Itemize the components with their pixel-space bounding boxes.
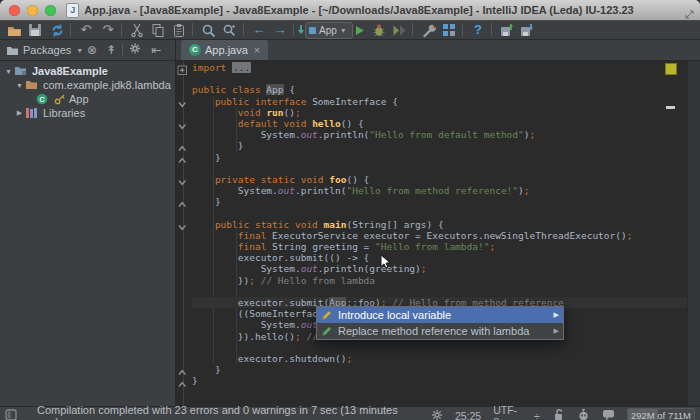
editor-tab-bar: C App.java × (176, 40, 700, 60)
tab-label: App.java (205, 44, 248, 56)
run-config-app-icon (309, 27, 316, 34)
chevron-down-icon[interactable]: ▼ (14, 82, 25, 89)
code-line[interactable]: void run(); (192, 107, 688, 118)
cut-icon[interactable] (129, 22, 145, 38)
save-all-icon[interactable] (27, 22, 43, 38)
code-line[interactable]: private static void foo() { (192, 174, 688, 185)
forward-icon[interactable]: → (272, 22, 288, 38)
memory-indicator[interactable]: 292M of 711M (627, 408, 695, 420)
fold-marker-down-icon[interactable] (177, 96, 189, 107)
settings-icon[interactable] (420, 22, 436, 38)
code-line[interactable]: public class App { (192, 84, 688, 95)
collapse-all-icon[interactable]: ↟ (103, 42, 119, 58)
key-icon (54, 93, 66, 105)
tab-close-icon[interactable]: × (254, 44, 260, 56)
help-icon[interactable]: ? (470, 22, 486, 38)
paste-icon[interactable] (171, 22, 187, 38)
code-line[interactable]: } (192, 375, 688, 386)
fold-marker-up-icon[interactable] (177, 196, 189, 207)
fold-marker-up-icon[interactable] (177, 140, 189, 151)
tree-node-app[interactable]: CApp (0, 92, 175, 106)
code-line[interactable]: System.out.println(greeting); (192, 263, 688, 274)
toggle-toolwindows-icon[interactable] (5, 409, 17, 420)
code-line[interactable]: System.out.println("Hello from default m… (192, 129, 688, 140)
code-line[interactable]: executor.submit(() -> { (192, 252, 688, 263)
code-line[interactable]: } (192, 140, 688, 151)
synchronize-icon[interactable] (49, 22, 65, 38)
tree-node-java8example[interactable]: ▼Java8Example (0, 64, 175, 78)
project-structure-icon[interactable] (441, 22, 457, 38)
fold-marker-up-icon[interactable] (177, 152, 189, 163)
fold-marker-down-icon[interactable] (177, 219, 189, 230)
code-line[interactable]: default void hello() { (192, 118, 688, 129)
export-settings-icon[interactable] (499, 22, 515, 38)
code-line[interactable]: final String greeting = "Hello from lamb… (192, 241, 688, 252)
open-file-icon[interactable] (6, 22, 22, 38)
intention-fix-icon (321, 309, 333, 321)
copy-icon[interactable] (150, 22, 166, 38)
code-text[interactable]: import ...public class App { public inte… (192, 61, 688, 406)
stripe-mark[interactable] (666, 106, 675, 109)
code-line[interactable] (192, 163, 688, 174)
back-icon[interactable]: ← (251, 22, 267, 38)
project-view-mode-select[interactable]: Packages (23, 44, 71, 56)
find-icon[interactable] (200, 22, 216, 38)
main-toolbar: ↶ ↷ ← → App ▼ ? (0, 21, 700, 40)
code-line[interactable]: public static void main(String[] args) { (192, 219, 688, 230)
editor-gutter[interactable] (176, 61, 191, 406)
error-stripe-scrollbar[interactable] (687, 61, 700, 406)
packages-dropdown-arrow-icon[interactable]: ▼ (76, 47, 83, 54)
intention-actions-popup: Introduce local variable▶Replace method … (316, 306, 564, 340)
run-configuration-select[interactable]: App ▼ (305, 22, 353, 39)
fold-marker-down-icon[interactable] (177, 118, 189, 129)
code-line[interactable]: } (192, 152, 688, 163)
tree-node-libraries[interactable]: ▶Libraries (0, 106, 175, 120)
intention-action-item[interactable]: Introduce local variable▶ (317, 307, 563, 323)
code-line[interactable] (192, 342, 688, 353)
line-separator-widget[interactable]: ÷ (534, 410, 540, 420)
close-window-button[interactable] (9, 5, 20, 16)
hide-panel-icon[interactable]: ⇤ (148, 42, 164, 58)
chevron-down-icon[interactable]: ▼ (3, 68, 14, 75)
code-line[interactable]: final ExecutorService executor = Executo… (192, 230, 688, 241)
code-line[interactable]: import ... (192, 62, 688, 73)
code-editor[interactable]: import ...public class App { public inte… (176, 61, 700, 406)
zoom-window-button[interactable] (45, 5, 56, 16)
code-line[interactable] (192, 207, 688, 218)
code-line[interactable]: public interface SomeInterface { (192, 96, 688, 107)
readonly-lock-icon[interactable] (552, 408, 565, 420)
redo-icon[interactable]: ↷ (100, 22, 116, 38)
caret-position-widget[interactable]: 25:25 (455, 410, 481, 420)
class-icon: C (36, 93, 51, 105)
replace-icon[interactable] (221, 22, 237, 38)
intention-action-item[interactable]: Replace method reference with lambda▶ (317, 323, 563, 339)
code-line[interactable] (192, 286, 688, 297)
import-settings-icon[interactable] (519, 22, 535, 38)
tree-node-com-example-jdk8-lambda[interactable]: ▼com.example.jdk8.lambda (0, 78, 175, 92)
code-line[interactable]: }); // Hello from lambda (192, 275, 688, 286)
debug-icon[interactable] (371, 22, 387, 38)
code-line[interactable]: } (192, 196, 688, 207)
submenu-arrow-icon: ▶ (554, 311, 559, 319)
undo-icon[interactable]: ↶ (78, 22, 94, 38)
view-options-gear-icon[interactable] (127, 42, 143, 58)
code-line[interactable]: System.out.println("Hello from method re… (192, 185, 688, 196)
fold-marker-up-icon[interactable] (177, 364, 189, 375)
hector-inspections-icon[interactable] (577, 408, 590, 420)
chevron-right-icon[interactable]: ▶ (14, 109, 25, 117)
code-line[interactable] (192, 73, 688, 84)
run-icon[interactable] (351, 22, 367, 38)
locate-icon[interactable]: ⊗ (84, 42, 100, 58)
fold-marker-up-icon[interactable] (177, 376, 189, 387)
inspection-status-indicator[interactable] (665, 63, 677, 75)
fold-marker-down-icon[interactable] (177, 174, 189, 185)
background-tasks-gear-icon[interactable] (431, 409, 443, 420)
notification-bubble-icon[interactable] (602, 409, 615, 420)
minimize-window-button[interactable] (27, 5, 38, 16)
project-tool-window[interactable]: ▼Java8Example▼com.example.jdk8.lambdaCAp… (0, 61, 176, 406)
code-line[interactable]: } (192, 364, 688, 375)
tab-app-java[interactable]: C App.java × (181, 40, 268, 60)
fold-marker-plus-icon[interactable] (177, 62, 189, 73)
run-with-coverage-icon[interactable] (391, 22, 407, 38)
code-line[interactable]: executor.shutdown(); (192, 353, 688, 364)
